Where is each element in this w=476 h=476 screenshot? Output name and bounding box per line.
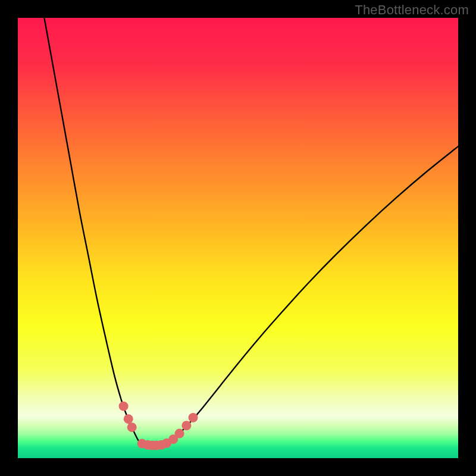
marker-point [189, 413, 198, 422]
plot-area [18, 18, 458, 458]
watermark-text: TheBottleneck.com [355, 2, 469, 18]
bottleneck-curve [44, 18, 458, 446]
marker-point [119, 402, 129, 411]
marker-point [181, 421, 191, 430]
marker-point [175, 429, 184, 439]
marker-point [127, 422, 137, 432]
highlighted-points [119, 402, 198, 450]
marker-point [124, 414, 133, 424]
curve-layer [18, 18, 458, 458]
chart-frame: TheBottleneck.com [0, 0, 476, 476]
